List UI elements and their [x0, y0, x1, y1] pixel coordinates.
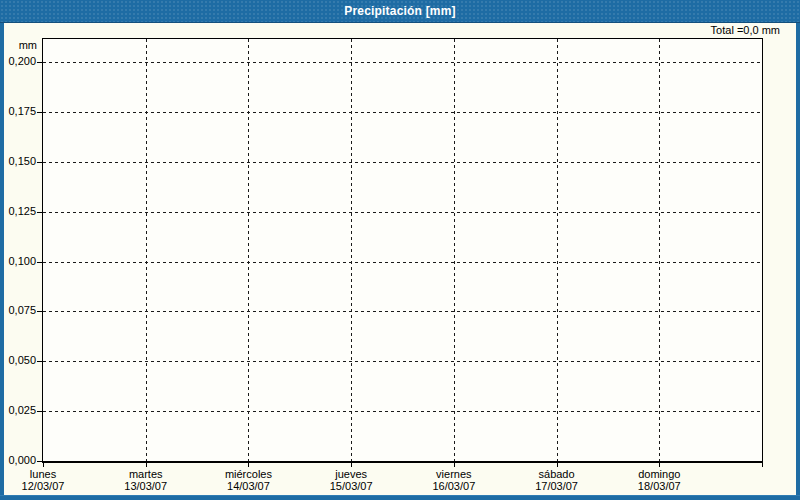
x-axis-tick [43, 463, 44, 467]
precipitation-chart-window: Precipitación [mm] Total =0,0 mm mm 0,00… [0, 0, 800, 500]
x-gridline [146, 39, 147, 461]
y-axis-tick [37, 212, 42, 213]
day-name-label: domingo [638, 469, 681, 481]
y-gridline [43, 62, 762, 63]
x-axis-label: domingo18/03/07 [638, 469, 681, 492]
chart-title: Precipitación [mm] [344, 0, 456, 22]
x-axis-label: viernes16/03/07 [432, 469, 475, 492]
x-gridline [659, 39, 660, 461]
day-date-label: 18/03/07 [638, 481, 681, 493]
x-axis-label: lunes12/03/07 [22, 469, 65, 492]
y-axis-label: 0,150 [0, 155, 36, 168]
y-axis-tick [37, 262, 42, 263]
day-name-label: viernes [432, 469, 475, 481]
y-axis-label: 0,050 [0, 354, 36, 367]
y-axis-tick [37, 311, 42, 312]
y-axis-label: 0,075 [0, 304, 36, 317]
y-axis-tick [37, 112, 42, 113]
x-axis-label: jueves15/03/07 [330, 469, 373, 492]
y-gridline [43, 112, 762, 113]
x-axis-tick [557, 463, 558, 467]
day-date-label: 15/03/07 [330, 481, 373, 493]
y-gridline [43, 162, 762, 163]
y-axis-label: 0,000 [0, 454, 36, 467]
day-name-label: jueves [330, 469, 373, 481]
y-axis-label: 0,125 [0, 205, 36, 218]
y-axis-tick [37, 461, 42, 462]
x-axis-tick [146, 463, 147, 467]
y-gridline [43, 212, 762, 213]
window-border-bottom [0, 495, 800, 500]
total-precipitation-label: Total =0,0 mm [711, 24, 780, 36]
y-axis-unit-label: mm [0, 39, 37, 51]
y-gridline [43, 311, 762, 312]
day-date-label: 12/03/07 [22, 481, 65, 493]
y-axis-label: 0,175 [0, 105, 36, 118]
day-date-label: 17/03/07 [535, 481, 578, 493]
x-axis-label: martes13/03/07 [124, 469, 167, 492]
y-axis-tick [37, 62, 42, 63]
y-axis-label: 0,200 [0, 55, 36, 68]
x-gridline [248, 39, 249, 461]
window-border-right [796, 23, 800, 500]
x-gridline [557, 39, 558, 461]
day-date-label: 13/03/07 [124, 481, 167, 493]
x-axis-label: miércoles14/03/07 [225, 469, 272, 492]
day-date-label: 14/03/07 [225, 481, 272, 493]
y-axis-label: 0,100 [0, 255, 36, 268]
x-gridline [351, 39, 352, 461]
x-axis-label: sábado17/03/07 [535, 469, 578, 492]
x-axis-tick [659, 463, 660, 467]
y-axis-tick [37, 162, 42, 163]
y-axis-tick [37, 411, 42, 412]
chart-title-bar: Precipitación [mm] [0, 0, 800, 23]
plot-area [42, 38, 763, 463]
day-name-label: sábado [535, 469, 578, 481]
day-name-label: lunes [22, 469, 65, 481]
day-name-label: martes [124, 469, 167, 481]
y-axis-label: 0,025 [0, 404, 36, 417]
day-name-label: miércoles [225, 469, 272, 481]
x-axis-tick [248, 463, 249, 467]
x-gridline [454, 39, 455, 461]
x-axis-tick [762, 463, 763, 467]
y-gridline [43, 361, 762, 362]
x-axis-tick [454, 463, 455, 467]
x-axis-tick [351, 463, 352, 467]
y-gridline [43, 262, 762, 263]
y-axis-tick [37, 361, 42, 362]
y-gridline [43, 411, 762, 412]
day-date-label: 16/03/07 [432, 481, 475, 493]
